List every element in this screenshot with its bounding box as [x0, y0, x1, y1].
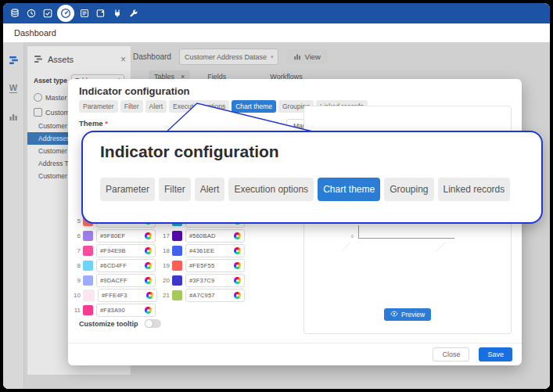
hex-value-field[interactable]: #9DACFF [96, 274, 156, 287]
color-wheel-icon[interactable] [234, 292, 241, 299]
callout-tab-filter[interactable]: Filter [159, 178, 191, 201]
theme-label: Theme * [79, 119, 108, 128]
callout-tab-alert[interactable]: Alert [195, 178, 225, 201]
preview-y-tick: 0 [351, 234, 354, 239]
color-swatch[interactable] [83, 246, 93, 256]
color-wheel-icon[interactable] [234, 247, 241, 254]
color-swatch[interactable] [172, 290, 182, 300]
callout-tab-grouping[interactable]: Grouping [384, 178, 433, 201]
color-swatch[interactable] [83, 231, 93, 241]
callout-tab-chart-theme[interactable]: Chart theme [318, 178, 380, 201]
save-button[interactable]: Save [479, 347, 512, 361]
color-wheel-icon[interactable] [146, 292, 153, 299]
hex-value-field[interactable]: #FFE4F3 [98, 289, 157, 302]
color-swatch[interactable] [83, 290, 95, 301]
hex-value-field[interactable]: #F83A90 [96, 304, 156, 317]
color-swatch[interactable] [172, 231, 182, 241]
callout-tab-execution-options[interactable]: Execution options [228, 178, 314, 201]
modal-footer: Close Save [68, 343, 522, 365]
dashboard-gauge-icon[interactable] [57, 5, 74, 22]
preview-x-label: ·········· [435, 241, 446, 252]
nav-tab-row: Dashboard [3, 23, 550, 43]
check-square-icon[interactable] [42, 9, 52, 19]
tab-filter[interactable]: Filter [120, 100, 143, 113]
color-swatch[interactable] [172, 275, 182, 286]
palette-row: 10 #FFE4F3 [71, 289, 157, 301]
palette-row: 21 #A7C957 [160, 289, 245, 301]
hex-value-field[interactable]: #4361EE [185, 244, 245, 257]
color-wheel-icon[interactable] [234, 277, 241, 284]
wrench-icon[interactable] [128, 9, 138, 19]
color-wheel-icon[interactable] [145, 307, 152, 314]
color-swatch[interactable] [83, 261, 93, 271]
color-wheel-icon[interactable] [145, 262, 152, 269]
tab-parameter[interactable]: Parameter [79, 100, 118, 113]
server-doc-icon[interactable] [79, 9, 89, 19]
close-button[interactable]: Close [433, 347, 469, 361]
clock-icon[interactable] [26, 9, 36, 19]
eye-icon [390, 311, 398, 318]
preview-y-axis [358, 225, 359, 238]
hex-value-field[interactable]: #560BAD [185, 229, 245, 243]
color-swatch[interactable] [83, 305, 93, 315]
plug-icon[interactable] [112, 9, 122, 19]
customize-tooltip-label: Customize tooltip [79, 320, 138, 328]
preview-x-label: ·········· [340, 241, 351, 252]
callout-title: Indicator configuration [100, 142, 279, 161]
palette-row: 18 #4361EE [160, 244, 245, 257]
palette-row: 11 #F83A90 [71, 304, 156, 316]
palette-row: 19 #FE5F55 [160, 259, 245, 272]
palette-row: 9 #9DACFF [71, 274, 156, 286]
palette-row: 7 #F94E9B [71, 244, 156, 257]
color-wheel-icon[interactable] [234, 232, 241, 239]
form-check-icon[interactable] [95, 9, 106, 19]
nav-tab-dashboard[interactable]: Dashboard [14, 28, 56, 38]
palette-row: 20 #3F37C9 [160, 274, 245, 286]
required-asterisk: * [105, 119, 108, 128]
color-wheel-icon[interactable] [234, 262, 241, 269]
modal-title: Indicator configuration [79, 85, 190, 97]
preview-x-axis [358, 238, 454, 239]
color-swatch[interactable] [172, 246, 182, 256]
database-icon[interactable] [9, 9, 20, 19]
hex-value-field[interactable]: #F94E9B [96, 244, 156, 257]
color-wheel-icon[interactable] [145, 247, 152, 254]
hex-value-field[interactable]: #FE5F55 [185, 259, 245, 272]
color-wheel-icon[interactable] [145, 277, 152, 284]
zoom-callout: Indicator configuration Parameter Filter… [81, 131, 543, 224]
color-wheel-icon[interactable] [145, 232, 152, 239]
palette-row: 6 #9F80EF [71, 229, 156, 242]
color-swatch[interactable] [172, 261, 182, 271]
callout-tab-bar: Parameter Filter Alert Execution options… [100, 178, 510, 201]
callout-tab-linked-records[interactable]: Linked records [438, 178, 511, 201]
callout-tab-parameter[interactable]: Parameter [100, 178, 155, 201]
color-swatch[interactable] [83, 275, 93, 286]
hex-value-field[interactable]: #9F80EF [96, 229, 156, 243]
hex-value-field[interactable]: #6CD4FF [96, 259, 156, 272]
customize-tooltip-toggle[interactable] [145, 319, 161, 328]
palette-row: 17 #560BAD [160, 229, 245, 242]
preview-button[interactable]: Preview [384, 308, 431, 321]
app-window: Dashboard W Assets × Asset type Tab [3, 3, 550, 389]
hex-value-field[interactable]: #3F37C9 [185, 274, 245, 287]
hex-value-field[interactable]: #A7C957 [185, 289, 245, 302]
palette-row: 8 #6CD4FF [71, 259, 156, 272]
top-bar [3, 3, 550, 23]
